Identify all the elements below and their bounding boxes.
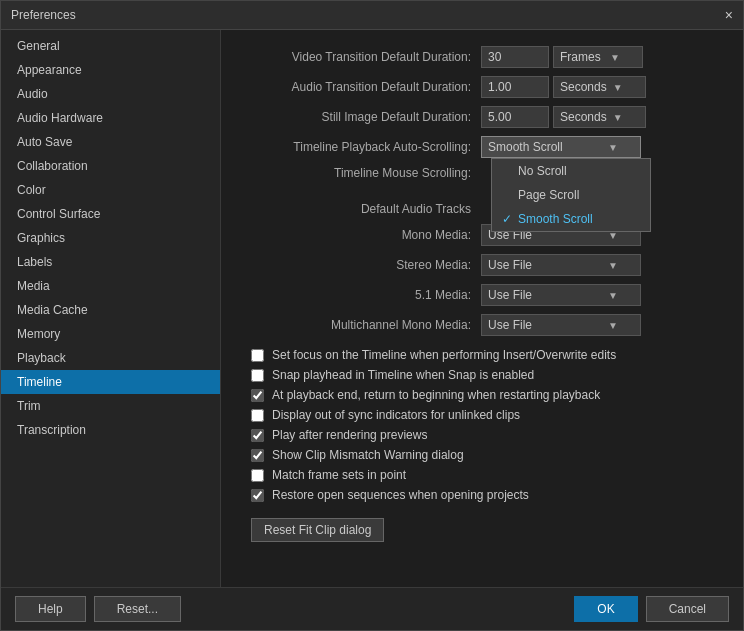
multichannel-label: Multichannel Mono Media: [241, 318, 481, 332]
checkbox-label-5: Show Clip Mismatch Warning dialog [272, 448, 464, 462]
checkbox-label-1: Snap playhead in Timeline when Snap is e… [272, 368, 534, 382]
audio-transition-input[interactable] [481, 76, 549, 98]
video-transition-chevron-icon: ▼ [610, 52, 620, 63]
checkbox-2[interactable] [251, 389, 264, 402]
fiveone-chevron-icon: ▼ [608, 290, 618, 301]
sidebar-item-labels[interactable]: Labels [1, 250, 220, 274]
smooth-scroll-option[interactable]: ✓ Smooth Scroll [492, 207, 650, 231]
stereo-chevron-icon: ▼ [608, 260, 618, 271]
still-image-input[interactable] [481, 106, 549, 128]
bottom-right-buttons: OK Cancel [574, 596, 729, 622]
checkbox-label-2: At playback end, return to beginning whe… [272, 388, 600, 402]
scrolling-dropdown: No Scroll Page Scroll ✓ Smooth Scroll [491, 158, 651, 232]
sidebar-item-timeline[interactable]: Timeline [1, 370, 220, 394]
page-scroll-option[interactable]: Page Scroll [492, 183, 650, 207]
window-title: Preferences [11, 8, 76, 22]
sidebar-item-audio-hardware[interactable]: Audio Hardware [1, 106, 220, 130]
fiveone-label: 5.1 Media: [241, 288, 481, 302]
sidebar-item-color[interactable]: Color [1, 178, 220, 202]
checkbox-label-4: Play after rendering previews [272, 428, 427, 442]
timeline-scrolling-chevron-icon: ▼ [608, 142, 618, 153]
main-panel: Video Transition Default Duration: Frame… [221, 30, 743, 587]
video-transition-input[interactable] [481, 46, 549, 68]
checkbox-5[interactable] [251, 449, 264, 462]
help-button[interactable]: Help [15, 596, 86, 622]
bottom-bar: Help Reset... OK Cancel [1, 587, 743, 630]
no-scroll-option[interactable]: No Scroll [492, 159, 650, 183]
audio-transition-row: Audio Transition Default Duration: Secon… [241, 76, 723, 98]
still-image-row: Still Image Default Duration: Seconds ▼ [241, 106, 723, 128]
mouse-scrolling-label: Timeline Mouse Scrolling: [241, 166, 481, 180]
sidebar-item-appearance[interactable]: Appearance [1, 58, 220, 82]
ok-button[interactable]: OK [574, 596, 637, 622]
smooth-scroll-check: ✓ [502, 212, 518, 226]
preferences-window: Preferences × GeneralAppearanceAudioAudi… [0, 0, 744, 631]
sidebar-item-general[interactable]: General [1, 34, 220, 58]
fiveone-select[interactable]: Use File ▼ [481, 284, 641, 306]
audio-transition-inputs: Seconds ▼ [481, 76, 646, 98]
fiveone-value: Use File [488, 288, 532, 302]
bottom-left-buttons: Help Reset... [15, 596, 181, 622]
checkbox-row-7: Restore open sequences when opening proj… [251, 488, 723, 502]
audio-transition-label: Audio Transition Default Duration: [241, 80, 481, 94]
multichannel-chevron-icon: ▼ [608, 320, 618, 331]
timeline-scrolling-value: Smooth Scroll [488, 140, 563, 154]
checkbox-6[interactable] [251, 469, 264, 482]
multichannel-row: Multichannel Mono Media: Use File ▼ [241, 314, 723, 336]
checkbox-row-1: Snap playhead in Timeline when Snap is e… [251, 368, 723, 382]
checkboxes-section: Set focus on the Timeline when performin… [241, 348, 723, 502]
checkbox-3[interactable] [251, 409, 264, 422]
close-button[interactable]: × [725, 7, 733, 23]
content-area: GeneralAppearanceAudioAudio HardwareAuto… [1, 30, 743, 587]
still-image-select[interactable]: Seconds ▼ [553, 106, 646, 128]
mono-label: Mono Media: [241, 228, 481, 242]
checkbox-label-6: Match frame sets in point [272, 468, 406, 482]
timeline-scrolling-label: Timeline Playback Auto-Scrolling: [241, 140, 481, 154]
no-scroll-check [502, 164, 518, 178]
checkbox-row-4: Play after rendering previews [251, 428, 723, 442]
sidebar-item-trim[interactable]: Trim [1, 394, 220, 418]
timeline-scrolling-select[interactable]: Smooth Scroll ▼ [481, 136, 641, 158]
still-image-label: Still Image Default Duration: [241, 110, 481, 124]
checkbox-1[interactable] [251, 369, 264, 382]
timeline-scrolling-row: Timeline Playback Auto-Scrolling: Smooth… [241, 136, 723, 158]
sidebar-item-auto-save[interactable]: Auto Save [1, 130, 220, 154]
no-scroll-label: No Scroll [518, 164, 567, 178]
reset-button[interactable]: Reset... [94, 596, 181, 622]
multichannel-select[interactable]: Use File ▼ [481, 314, 641, 336]
checkbox-row-0: Set focus on the Timeline when performin… [251, 348, 723, 362]
sidebar-item-media[interactable]: Media [1, 274, 220, 298]
stereo-label: Stereo Media: [241, 258, 481, 272]
sidebar-item-control-surface[interactable]: Control Surface [1, 202, 220, 226]
audio-transition-select[interactable]: Seconds ▼ [553, 76, 646, 98]
checkbox-label-3: Display out of sync indicators for unlin… [272, 408, 520, 422]
stereo-value: Use File [488, 258, 532, 272]
sidebar-item-playback[interactable]: Playback [1, 346, 220, 370]
multichannel-value: Use File [488, 318, 532, 332]
sidebar-item-collaboration[interactable]: Collaboration [1, 154, 220, 178]
still-image-chevron-icon: ▼ [613, 112, 623, 123]
timeline-scrolling-inputs: Smooth Scroll ▼ [481, 136, 641, 158]
checkbox-row-5: Show Clip Mismatch Warning dialog [251, 448, 723, 462]
sidebar-item-transcription[interactable]: Transcription [1, 418, 220, 442]
checkbox-7[interactable] [251, 489, 264, 502]
video-transition-row: Video Transition Default Duration: Frame… [241, 46, 723, 68]
sidebar-item-memory[interactable]: Memory [1, 322, 220, 346]
stereo-select[interactable]: Use File ▼ [481, 254, 641, 276]
cancel-button[interactable]: Cancel [646, 596, 729, 622]
checkbox-row-2: At playback end, return to beginning whe… [251, 388, 723, 402]
checkbox-row-6: Match frame sets in point [251, 468, 723, 482]
checkbox-4[interactable] [251, 429, 264, 442]
stereo-row: Stereo Media: Use File ▼ [241, 254, 723, 276]
sidebar-item-audio[interactable]: Audio [1, 82, 220, 106]
video-transition-label: Video Transition Default Duration: [241, 50, 481, 64]
title-bar: Preferences × [1, 1, 743, 30]
smooth-scroll-label: Smooth Scroll [518, 212, 593, 226]
checkbox-0[interactable] [251, 349, 264, 362]
video-transition-select[interactable]: Frames ▼ [553, 46, 643, 68]
video-transition-select-value: Frames [560, 50, 601, 64]
reset-fit-button[interactable]: Reset Fit Clip dialog [251, 518, 384, 542]
sidebar-item-media-cache[interactable]: Media Cache [1, 298, 220, 322]
checkbox-label-0: Set focus on the Timeline when performin… [272, 348, 616, 362]
sidebar-item-graphics[interactable]: Graphics [1, 226, 220, 250]
